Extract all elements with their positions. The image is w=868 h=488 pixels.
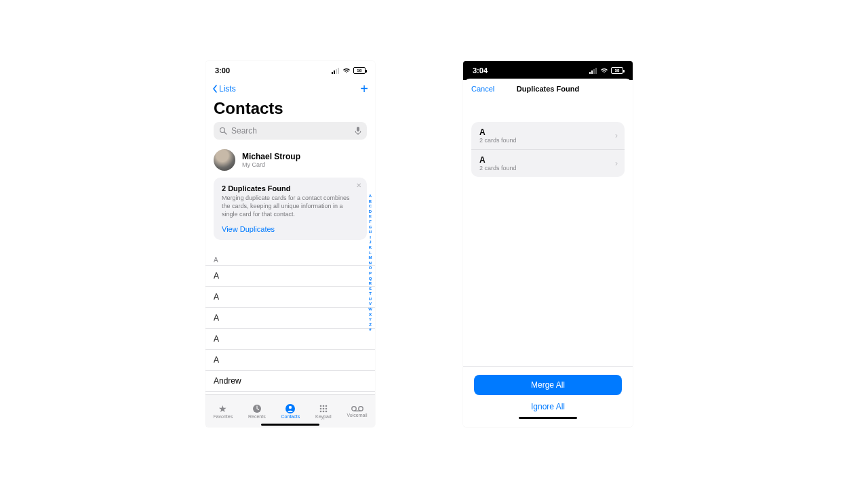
duplicates-card: ✕ 2 Duplicates Found Merging duplicate c…	[214, 178, 367, 240]
svg-rect-3	[338, 68, 339, 74]
page-title: Contacts	[205, 98, 375, 122]
svg-point-18	[323, 410, 325, 412]
home-indicator[interactable]	[261, 424, 319, 426]
my-card-row[interactable]: Michael Stroup My Card	[205, 145, 375, 178]
person-icon	[285, 404, 295, 413]
tab-favorites[interactable]: ★ Favorites	[213, 404, 233, 419]
svg-point-16	[326, 407, 328, 409]
my-card-name: Michael Stroup	[242, 152, 300, 161]
duplicate-item-title: A	[479, 155, 616, 165]
svg-point-20	[351, 406, 355, 410]
chevron-left-icon	[212, 85, 218, 93]
duplicate-item[interactable]: A 2 cards found ›	[471, 149, 625, 177]
my-card-sub: My Card	[242, 161, 300, 168]
tab-recents[interactable]: Recents	[248, 404, 266, 419]
tab-contacts[interactable]: Contacts	[281, 404, 300, 419]
section-header-a: A	[205, 247, 375, 265]
svg-rect-2	[336, 69, 337, 74]
back-button[interactable]: Lists	[212, 84, 236, 94]
duplicates-body: Merging duplicate cards for a contact co…	[222, 194, 359, 218]
ignore-all-button[interactable]: Ignore All	[474, 402, 622, 411]
contact-row[interactable]: A	[205, 286, 375, 307]
contact-row[interactable]: A	[205, 307, 375, 328]
add-contact-button[interactable]: +	[360, 81, 368, 97]
cancel-button[interactable]: Cancel	[471, 85, 494, 93]
svg-rect-26	[595, 68, 597, 74]
battery-icon: 58	[611, 67, 623, 74]
status-time: 3:04	[473, 66, 488, 75]
star-icon: ★	[218, 404, 227, 413]
contacts-screen: 3:00 58 Lists + Contacts Search	[205, 61, 375, 427]
battery-icon: 58	[353, 67, 366, 74]
nav-bar: Lists +	[205, 80, 375, 98]
status-time: 3:00	[215, 66, 230, 75]
duplicate-item-sub: 2 cards found	[479, 137, 616, 144]
svg-point-17	[320, 410, 322, 412]
bottom-actions: Merge All Ignore All	[463, 366, 633, 419]
cellular-icon	[332, 68, 340, 74]
merge-all-button[interactable]: Merge All	[474, 375, 622, 395]
svg-rect-6	[357, 127, 359, 131]
duplicates-found-screen: 3:04 58 Cancel Duplicates Found A 2 card…	[463, 61, 633, 427]
svg-rect-23	[589, 72, 591, 74]
duplicate-item-sub: 2 cards found	[479, 165, 616, 171]
wifi-icon	[600, 68, 608, 74]
svg-point-19	[326, 410, 328, 412]
back-label: Lists	[219, 84, 236, 94]
contact-row[interactable]: A	[205, 328, 375, 349]
svg-rect-0	[332, 72, 333, 74]
svg-point-4	[220, 128, 225, 133]
search-placeholder: Search	[231, 126, 257, 136]
svg-point-21	[358, 406, 362, 410]
sheet-nav: Cancel Duplicates Found	[463, 79, 633, 99]
duplicates-title: 2 Duplicates Found	[222, 184, 359, 192]
contact-row[interactable]: A	[205, 349, 375, 370]
wifi-icon	[342, 68, 351, 74]
voicemail-icon	[351, 405, 363, 412]
svg-rect-1	[334, 70, 335, 74]
duplicate-item[interactable]: A 2 cards found ›	[471, 122, 625, 149]
svg-point-14	[320, 407, 322, 409]
svg-rect-25	[593, 69, 595, 74]
avatar	[214, 149, 235, 171]
home-indicator[interactable]	[519, 417, 577, 419]
close-icon[interactable]: ✕	[356, 182, 361, 189]
svg-point-10	[289, 405, 292, 408]
contact-row[interactable]: A	[205, 265, 375, 286]
tab-keypad[interactable]: Keypad	[315, 404, 332, 419]
status-bar: 3:04 58	[463, 61, 633, 80]
tab-voicemail[interactable]: Voicemail	[347, 405, 368, 418]
svg-point-13	[326, 405, 328, 407]
duplicates-list: A 2 cards found › A 2 cards found ›	[471, 122, 625, 177]
svg-point-12	[323, 405, 325, 407]
svg-point-11	[320, 405, 322, 407]
mic-icon[interactable]	[355, 126, 361, 136]
svg-line-5	[224, 132, 226, 134]
chevron-right-icon: ›	[615, 159, 618, 168]
contact-row[interactable]: Andrew	[205, 370, 375, 391]
status-indicators: 58	[332, 67, 366, 74]
svg-point-15	[323, 407, 325, 409]
tab-bar: ★ Favorites Recents Contacts Keypad Vo	[205, 394, 375, 427]
status-indicators: 58	[589, 67, 623, 74]
status-bar: 3:00 58	[205, 61, 375, 80]
chevron-right-icon: ›	[615, 131, 618, 140]
search-input[interactable]: Search	[214, 122, 367, 140]
duplicate-item-title: A	[479, 127, 616, 137]
view-duplicates-button[interactable]: View Duplicates	[222, 225, 359, 233]
cellular-icon	[589, 68, 597, 74]
sheet-title: Duplicates Found	[517, 85, 579, 93]
search-icon	[219, 127, 227, 135]
clock-icon	[252, 404, 262, 413]
keypad-icon	[319, 404, 328, 413]
svg-rect-24	[591, 70, 593, 74]
alphabet-index[interactable]: ABCDEFGHIJKLMNOPQRSTUVWXYZ#	[367, 194, 374, 333]
